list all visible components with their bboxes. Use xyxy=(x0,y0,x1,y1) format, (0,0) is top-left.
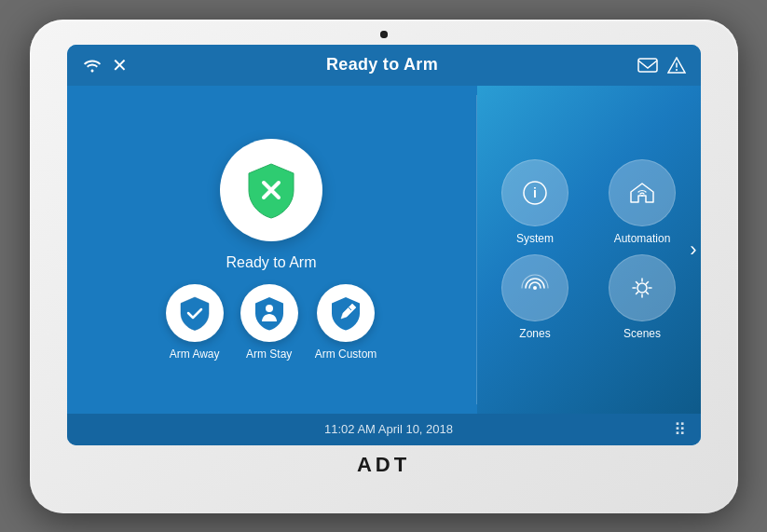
system-button[interactable]: i System xyxy=(486,159,584,245)
automation-circle xyxy=(609,159,676,226)
right-panel: i System xyxy=(477,86,701,414)
screen: ✕ Ready to Arm xyxy=(67,45,701,445)
arm-custom-circle xyxy=(317,284,375,342)
scenes-circle xyxy=(609,254,676,321)
svg-point-1 xyxy=(676,69,678,71)
svg-point-2 xyxy=(266,305,273,312)
arm-stay-button[interactable]: Arm Stay xyxy=(240,284,298,361)
close-icon[interactable]: ✕ xyxy=(112,54,128,76)
arm-custom-label: Arm Custom xyxy=(315,348,377,361)
chevron-right-icon[interactable]: › xyxy=(690,238,696,262)
main-content: Ready to Arm Arm Away xyxy=(67,86,701,414)
left-panel: Ready to Arm Arm Away xyxy=(67,86,476,414)
zones-circle xyxy=(501,254,568,321)
wifi-icon[interactable] xyxy=(82,58,103,73)
system-label: System xyxy=(516,232,554,245)
adt-logo: ADT xyxy=(357,453,410,477)
grid-items: i System xyxy=(486,95,692,404)
scenes-label: Scenes xyxy=(623,327,661,340)
arm-away-label: Arm Away xyxy=(170,348,220,361)
zones-label: Zones xyxy=(519,327,550,340)
footer: 11:02 AM April 10, 2018 ⠿ xyxy=(67,414,701,445)
header: ✕ Ready to Arm xyxy=(67,45,701,86)
ready-label: Ready to Arm xyxy=(226,254,317,271)
warning-icon[interactable] xyxy=(667,57,686,74)
svg-line-12 xyxy=(646,292,648,293)
svg-line-11 xyxy=(637,281,638,283)
ready-circle[interactable] xyxy=(220,139,322,241)
arm-stay-circle xyxy=(240,284,298,342)
scenes-button[interactable]: Scenes xyxy=(594,254,692,340)
system-circle: i xyxy=(501,159,568,226)
device-frame: ✕ Ready to Arm xyxy=(30,20,738,513)
camera xyxy=(380,31,388,38)
svg-rect-0 xyxy=(638,59,657,72)
svg-line-14 xyxy=(637,292,638,293)
header-title: Ready to Arm xyxy=(128,55,637,75)
mail-icon[interactable] xyxy=(637,58,658,73)
apps-grid-icon[interactable]: ⠿ xyxy=(674,419,686,440)
arm-custom-button[interactable]: Arm Custom xyxy=(315,284,377,361)
header-right xyxy=(637,57,686,74)
zones-button[interactable]: Zones xyxy=(486,254,584,340)
svg-line-13 xyxy=(646,281,648,283)
automation-label: Automation xyxy=(614,232,671,245)
arm-buttons: Arm Away Arm Stay xyxy=(166,284,377,361)
svg-point-5 xyxy=(641,195,643,197)
header-left: ✕ xyxy=(82,54,128,76)
svg-text:i: i xyxy=(533,185,537,200)
automation-button[interactable]: Automation xyxy=(594,159,692,245)
datetime-display: 11:02 AM April 10, 2018 xyxy=(104,422,674,436)
arm-away-circle xyxy=(166,284,224,342)
arm-stay-label: Arm Stay xyxy=(246,348,292,361)
svg-point-6 xyxy=(637,283,647,293)
arm-away-button[interactable]: Arm Away xyxy=(166,284,224,361)
